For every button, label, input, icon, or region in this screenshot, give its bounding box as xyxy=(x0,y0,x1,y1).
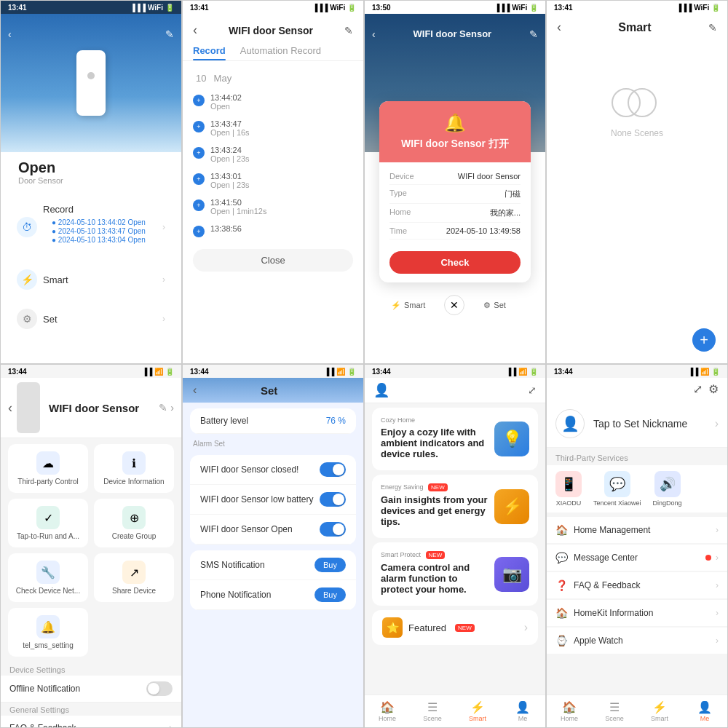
nav-scene-8[interactable]: ☰ Scene xyxy=(592,698,637,724)
tab-record-2[interactable]: Record xyxy=(193,41,226,60)
record-item-4: + 13:43:01Open | 23s xyxy=(183,167,363,194)
close-icon-3[interactable]: ✕ xyxy=(444,295,464,315)
hero-image-1: ‹ ✎ xyxy=(1,14,181,152)
set-btn-3[interactable]: ⚙ Set xyxy=(472,295,518,315)
battery-label-6: Battery level xyxy=(200,416,248,426)
service-dingdong-8[interactable]: 🔊 DingDong xyxy=(653,471,682,507)
phone-row-6: Phone Notification Buy xyxy=(190,580,356,610)
check-device-icon: 🔧 xyxy=(36,561,60,584)
phone-buy-button-6[interactable]: Buy xyxy=(314,587,346,602)
cozy-title-7: Enjoy a cozy life with ambient indicator… xyxy=(381,427,488,459)
tab-auto-2[interactable]: Automation Record xyxy=(240,41,321,60)
status-bar-7: 13:44 ▐▐ 📶 🔋 xyxy=(365,365,545,378)
smart-protect-icon-7: 📷 xyxy=(494,557,529,592)
sms-icon: 🔔 xyxy=(36,615,60,638)
edit-icon-1[interactable]: ✎ xyxy=(165,28,174,40)
dingdong-icon-8: 🔊 xyxy=(654,471,681,497)
date-num-2: 10 xyxy=(196,73,206,84)
toggle-open-6[interactable] xyxy=(320,522,346,537)
nav-smart-8[interactable]: ⚡ Smart xyxy=(637,698,682,724)
home-mgmt-label-8: Home Management xyxy=(574,525,650,535)
nav-1: ‹ ✎ xyxy=(1,28,181,40)
check-button-3[interactable]: Check xyxy=(389,251,521,274)
grid-item-tap-to-run[interactable]: ✓ Tap-to-Run and A... xyxy=(8,499,88,547)
featured-row-7[interactable]: ⭐ Featured NEW › xyxy=(372,610,538,645)
grid-item-third-party[interactable]: ☁ Third-party Control xyxy=(8,444,88,493)
profile-row-8[interactable]: 👤 Tap to Set Nickname › xyxy=(547,400,727,448)
edit-icon-2[interactable]: ✎ xyxy=(344,25,353,36)
third-party-title-8: Third-Party Services xyxy=(547,448,727,465)
settings-icon-8[interactable]: ⚙ xyxy=(708,382,719,396)
nav-scene-7[interactable]: ☰ Scene xyxy=(410,698,455,724)
expand-icon-7[interactable]: ⤢ xyxy=(528,384,537,396)
grid-item-sms[interactable]: 🔔 tel_sms_setting xyxy=(8,608,88,657)
cozy-tag-7: Cozy Home xyxy=(381,416,488,424)
me-nav-icon-8: 👤 xyxy=(697,700,712,714)
menu-smart-1[interactable]: ⚡ Smart › xyxy=(8,262,174,297)
edit-icon-3[interactable]: ✎ xyxy=(529,28,538,40)
title-2: WIFI door Sensor xyxy=(229,25,313,36)
faq-chevron-8: › xyxy=(716,580,719,590)
xiaodu-icon-8: 📱 xyxy=(555,471,582,497)
faq-row-5[interactable]: FAQ & Feedback › xyxy=(1,716,181,728)
close-button-2[interactable]: Close xyxy=(193,249,353,272)
home-mgmt-icon-8: 🏠 xyxy=(555,524,568,536)
menu-homekit-8[interactable]: 🏠 HomeKit Information › xyxy=(547,600,727,627)
time-label-3: Time xyxy=(389,226,407,235)
grid-item-share[interactable]: ↗ Share Device xyxy=(94,553,174,602)
nav-smart-7[interactable]: ⚡ Smart xyxy=(455,698,500,724)
back-icon-1[interactable]: ‹ xyxy=(8,28,12,40)
status-bar-5: 13:44 ▐▐ 📶 🔋 xyxy=(1,365,181,378)
toggle-closed-6[interactable] xyxy=(320,462,346,477)
nav-me-7[interactable]: 👤 Me xyxy=(500,698,545,724)
alert-title-3: WIFI door Sensor 打开 xyxy=(391,138,519,151)
edit-icon-5[interactable]: ✎ › xyxy=(159,402,174,414)
nav-home-7[interactable]: 🏠 Home xyxy=(365,698,410,724)
menu-message-8[interactable]: 💬 Message Center › xyxy=(547,545,727,571)
title-3: WIFI door Sensor xyxy=(414,28,492,40)
chevron-set-1: › xyxy=(162,314,165,324)
set-label-1: Set xyxy=(43,314,58,325)
back-icon-2[interactable]: ‹ xyxy=(193,23,197,38)
device-label-3: Device xyxy=(389,172,414,181)
smart-nav-icon-7: ⚡ xyxy=(470,700,485,714)
featured-icon-7: ⭐ xyxy=(382,617,403,638)
menu-home-mgmt-8[interactable]: 🏠 Home Management › xyxy=(547,517,727,544)
scene-nav-icon-8: ☰ xyxy=(609,700,620,714)
menu-set-1[interactable]: ⚙ Set › xyxy=(8,301,174,336)
grid-item-device-info[interactable]: ℹ Device Information xyxy=(94,444,174,493)
nav-home-8[interactable]: 🏠 Home xyxy=(547,698,592,724)
sms-buy-button-6[interactable]: Buy xyxy=(314,558,346,572)
menu-record-1[interactable]: ⏱ Record ● 2024-05-10 13:44:02 Open ● 20… xyxy=(8,197,174,258)
expand-icon-8[interactable]: ⤢ xyxy=(693,382,703,396)
panel-6-set: 13:44 ▐▐ 📶 🔋 ‹ Set Battery level 76 % Al… xyxy=(182,364,364,728)
none-label-4: None Scenes xyxy=(611,128,663,138)
homekit-chevron-8: › xyxy=(716,608,719,618)
device-status-1: Open xyxy=(18,159,164,176)
menu-apple-watch-8[interactable]: ⌚ Apple Watch › xyxy=(547,628,727,654)
dot-6: + xyxy=(193,226,205,237)
set-header-6: ‹ Set xyxy=(183,378,363,403)
device-icon-5 xyxy=(17,382,40,433)
grid-item-create-group[interactable]: ⊕ Create Group xyxy=(94,499,174,547)
back-icon-5[interactable]: ‹ xyxy=(8,400,12,416)
toggle-row-3-6: WIFI door Sensor Open xyxy=(190,515,356,545)
offline-toggle-5[interactable] xyxy=(146,681,173,696)
nav-me-8[interactable]: 👤 Me xyxy=(682,698,727,724)
menu-faq-8[interactable]: ❓ FAQ & Feedback › xyxy=(547,572,727,599)
back-icon-3[interactable]: ‹ xyxy=(372,28,376,40)
apple-watch-label-8: Apple Watch xyxy=(574,636,623,646)
sms-row-6: SMS Notification Buy xyxy=(190,550,356,580)
smart-btn-3[interactable]: ⚡ Smart xyxy=(379,295,437,315)
message-chevron-8: › xyxy=(716,553,719,563)
smart-title-7: Camera control and alarm function to pro… xyxy=(381,562,488,595)
services-8: 📱 XIAODU 💬 Tencent Xiaowei 🔊 DingDong xyxy=(547,465,727,513)
service-xiaodu-8[interactable]: 📱 XIAODU xyxy=(555,471,582,507)
edit-icon-4[interactable]: ✎ xyxy=(708,22,717,33)
add-button-4[interactable]: + xyxy=(692,328,716,352)
featured-label-7: Featured xyxy=(408,622,446,633)
service-tencent-8[interactable]: 💬 Tencent Xiaowei xyxy=(593,471,641,507)
toggle-battery-6[interactable] xyxy=(320,492,346,507)
record-item-2: + 13:43:47Open | 16s xyxy=(183,115,363,141)
grid-item-check-device[interactable]: 🔧 Check Device Net... xyxy=(8,553,88,602)
